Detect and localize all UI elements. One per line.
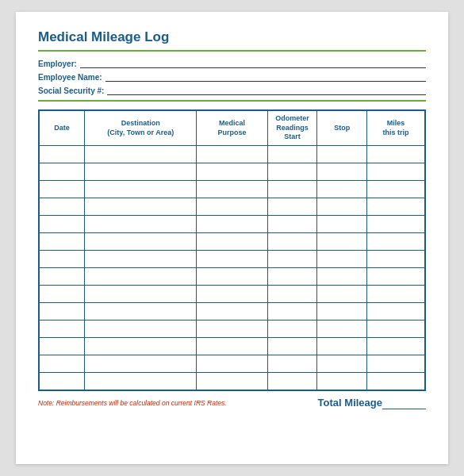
- table-cell: [39, 338, 85, 355]
- table-cell: [317, 338, 367, 355]
- table-cell: [267, 181, 317, 198]
- table-cell: [85, 181, 197, 198]
- table-cell: [367, 233, 425, 251]
- table-cell: [197, 198, 267, 216]
- table-cell: [85, 355, 197, 373]
- table-cell: [85, 233, 197, 251]
- table-cell: [317, 251, 367, 268]
- table-cell: [39, 303, 85, 321]
- col-header-date: Date: [39, 110, 85, 146]
- top-divider: [38, 50, 426, 52]
- table-cell: [39, 373, 85, 390]
- table-cell: [39, 146, 85, 163]
- table-cell: [317, 163, 367, 181]
- table-cell: [85, 216, 197, 233]
- table-cell: [39, 321, 85, 338]
- table-cell: [197, 181, 267, 198]
- footer-row: Note: Reimbursements will be calculated …: [38, 397, 426, 409]
- mileage-table: Date Destination(City, Town or Area) Med…: [38, 109, 426, 391]
- table-cell: [267, 251, 317, 268]
- table-row: [39, 233, 425, 251]
- employer-label: Employer:: [38, 60, 77, 68]
- table-cell: [317, 373, 367, 390]
- total-mileage-box: [382, 397, 426, 409]
- fields-section: Employer: Employee Name: Social Security…: [38, 59, 426, 95]
- table-cell: [197, 146, 267, 163]
- table-cell: [85, 268, 197, 286]
- table-row: [39, 216, 425, 233]
- table-cell: [367, 355, 425, 373]
- table-cell: [197, 355, 267, 373]
- table-cell: [197, 303, 267, 321]
- table-cell: [267, 163, 317, 181]
- table-cell: [267, 321, 317, 338]
- col-header-odo-start: Odometer ReadingsStart: [267, 110, 317, 146]
- col-header-destination: Destination(City, Town or Area): [85, 110, 197, 146]
- table-cell: [85, 373, 197, 390]
- table-cell: [317, 303, 367, 321]
- table-cell: [85, 338, 197, 355]
- table-cell: [367, 338, 425, 355]
- table-row: [39, 181, 425, 198]
- table-cell: [39, 163, 85, 181]
- ssn-label: Social Security #:: [38, 86, 104, 95]
- table-cell: [367, 198, 425, 216]
- table-cell: [39, 268, 85, 286]
- table-cell: [39, 286, 85, 303]
- employer-field-row: Employer:: [38, 59, 426, 68]
- footer-note: Note: Reimbursements will be calculated …: [38, 399, 310, 407]
- ssn-field-row: Social Security #:: [38, 86, 426, 95]
- table-row: [39, 303, 425, 321]
- page: Medical Mileage Log Employer: Employee N…: [16, 12, 448, 464]
- table-cell: [367, 181, 425, 198]
- table-row: [39, 373, 425, 390]
- col-header-miles: Milesthis trip: [367, 110, 425, 146]
- table-cell: [317, 286, 367, 303]
- page-title: Medical Mileage Log: [38, 29, 426, 45]
- table-cell: [267, 198, 317, 216]
- table-cell: [367, 146, 425, 163]
- table-cell: [39, 251, 85, 268]
- table-cell: [267, 268, 317, 286]
- table-cell: [367, 268, 425, 286]
- table-cell: [267, 303, 317, 321]
- table-row: [39, 251, 425, 268]
- table-cell: [317, 181, 367, 198]
- table-cell: [39, 198, 85, 216]
- table-cell: [317, 146, 367, 163]
- table-cell: [367, 303, 425, 321]
- table-cell: [39, 233, 85, 251]
- total-mileage-label: Total Mileage: [318, 397, 382, 409]
- table-cell: [317, 233, 367, 251]
- col-header-medical-purpose: MedicalPurpose: [197, 110, 267, 146]
- table-cell: [197, 268, 267, 286]
- table-cell: [367, 251, 425, 268]
- table-row: [39, 338, 425, 355]
- table-cell: [85, 286, 197, 303]
- table-row: [39, 268, 425, 286]
- table-cell: [267, 233, 317, 251]
- table-cell: [197, 286, 267, 303]
- table-cell: [317, 355, 367, 373]
- table-cell: [367, 216, 425, 233]
- employee-name-line: [105, 72, 426, 82]
- table-cell: [197, 233, 267, 251]
- employer-line: [80, 59, 426, 68]
- table-cell: [367, 163, 425, 181]
- table-cell: [85, 303, 197, 321]
- ssn-line: [107, 86, 426, 95]
- table-cell: [267, 338, 317, 355]
- table-cell: [39, 355, 85, 373]
- table-cell: [267, 216, 317, 233]
- table-row: [39, 286, 425, 303]
- table-row: [39, 163, 425, 181]
- table-cell: [197, 373, 267, 390]
- table-row: [39, 146, 425, 163]
- table-cell: [317, 268, 367, 286]
- table-cell: [317, 216, 367, 233]
- table-cell: [85, 251, 197, 268]
- table-cell: [267, 373, 317, 390]
- table-cell: [197, 251, 267, 268]
- bottom-divider: [38, 100, 426, 102]
- table-cell: [317, 198, 367, 216]
